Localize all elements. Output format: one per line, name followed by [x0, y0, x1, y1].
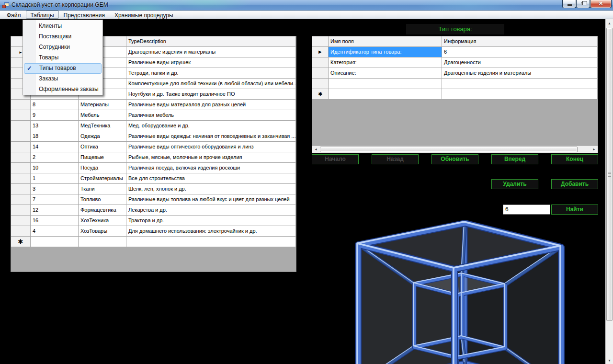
- menu-item-1[interactable]: Клиенты: [23, 21, 102, 32]
- cell-name[interactable]: [79, 237, 126, 247]
- restore-button[interactable]: [576, 0, 590, 8]
- prev-button[interactable]: Назад: [372, 154, 419, 164]
- search-input[interactable]: 6: [503, 205, 550, 215]
- cell-info[interactable]: [442, 79, 598, 89]
- find-button[interactable]: Найти: [551, 205, 598, 215]
- cell-description[interactable]: Различная мебель: [126, 110, 296, 121]
- cell-description[interactable]: Различная посуда, включая изделия роскош…: [126, 163, 296, 173]
- row-header[interactable]: [11, 173, 31, 184]
- cell-field-name[interactable]: Идентификатор типа товара:: [329, 47, 442, 57]
- row-header[interactable]: [11, 194, 31, 205]
- scroll-left-icon[interactable]: ◄: [312, 146, 319, 153]
- add-button[interactable]: Добавить: [551, 179, 598, 189]
- cell-name[interactable]: Посуда: [79, 163, 126, 173]
- cell-description[interactable]: Для домашнего использования: электрочайн…: [126, 226, 296, 237]
- row-header[interactable]: [312, 68, 329, 79]
- table-row[interactable]: Описание:Драгоценные изделия и материалы: [312, 68, 598, 79]
- cell-id[interactable]: 7: [31, 194, 79, 205]
- cell-description[interactable]: Различные виды материалов для разных цел…: [126, 100, 296, 110]
- header-type-description[interactable]: TypeDescription: [126, 36, 296, 47]
- scrollbar-thumb[interactable]: [606, 28, 613, 321]
- row-header[interactable]: [11, 216, 31, 226]
- table-row[interactable]: 14ОптикаРазличные виды оптического обору…: [11, 142, 296, 152]
- scroll-down-icon[interactable]: ▼: [606, 357, 613, 364]
- cell-id[interactable]: 16: [31, 216, 79, 226]
- cell-description[interactable]: Тетради, папки и др.: [126, 68, 296, 79]
- first-button[interactable]: Начало: [312, 154, 359, 164]
- cell-name[interactable]: Пищевые: [79, 152, 126, 163]
- table-row[interactable]: 9МебельРазличная мебель: [11, 110, 296, 121]
- row-header[interactable]: [312, 57, 329, 68]
- vertical-scrollbar[interactable]: ▲ ▼: [605, 19, 613, 364]
- last-button[interactable]: Конец: [551, 154, 598, 164]
- cell-description[interactable]: Различные виды оптического оборудования …: [126, 142, 296, 152]
- header-field-name[interactable]: Имя поля: [329, 36, 442, 47]
- menu-item-4[interactable]: Товары: [23, 53, 102, 63]
- cell-id[interactable]: 10: [31, 163, 79, 173]
- next-button[interactable]: Вперед: [491, 154, 538, 164]
- cell-name[interactable]: МедТехника: [79, 121, 126, 131]
- menu-item-3[interactable]: Сотрудники: [23, 42, 102, 53]
- table-row[interactable]: 16ХозТехникаТрактора и др.: [11, 216, 296, 226]
- minimize-button[interactable]: [562, 0, 576, 8]
- row-header[interactable]: [11, 100, 31, 110]
- refresh-button[interactable]: Обновить: [431, 154, 478, 164]
- title-bar[interactable]: Складской учет от корпорации GEM ✕: [0, 0, 613, 11]
- table-row[interactable]: [312, 79, 598, 89]
- cell-field-name[interactable]: [329, 89, 442, 100]
- scrollbar-thumb[interactable]: [320, 147, 578, 152]
- row-header[interactable]: [11, 131, 31, 142]
- cell-name[interactable]: Формацевтика: [79, 205, 126, 216]
- cell-name[interactable]: Стройматериалы: [79, 173, 126, 184]
- row-header[interactable]: [11, 152, 31, 163]
- cell-name[interactable]: Оптика: [79, 142, 126, 152]
- delete-button[interactable]: Удалить: [491, 179, 538, 189]
- cell-description[interactable]: Драгоценные изделия и материалы: [126, 47, 296, 57]
- cell-name[interactable]: Топливо: [79, 194, 126, 205]
- cell-name[interactable]: Ткани: [79, 184, 126, 194]
- cell-description[interactable]: Различные виды игрушек: [126, 57, 296, 68]
- table-row[interactable]: 13МедТехникаМед. оборудование и др.: [11, 121, 296, 131]
- row-header[interactable]: [11, 226, 31, 237]
- table-row[interactable]: 12ФормацевтикаЛекарства и др.: [11, 205, 296, 216]
- table-row[interactable]: ►Идентификатор типа товара:6: [312, 47, 598, 57]
- cell-info[interactable]: [442, 89, 598, 100]
- menu-file[interactable]: Файл: [2, 11, 26, 19]
- table-row[interactable]: 1СтройматериалыВсе для строительства: [11, 173, 296, 184]
- table-row[interactable]: 10ПосудаРазличная посуда, включая издели…: [11, 163, 296, 173]
- cell-description[interactable]: Рыбные, мясные, молочные и прочие издели…: [126, 152, 296, 163]
- new-row[interactable]: ✱: [11, 237, 296, 247]
- table-row[interactable]: Категория:Драгоценности: [312, 57, 598, 68]
- row-header[interactable]: ✱: [312, 89, 329, 100]
- cell-info[interactable]: 6: [442, 47, 598, 57]
- cell-field-name[interactable]: [329, 79, 442, 89]
- cell-id[interactable]: 1: [31, 173, 79, 184]
- row-header[interactable]: [11, 205, 31, 216]
- row-header[interactable]: ►: [312, 47, 329, 57]
- cell-info[interactable]: Драгоценности: [442, 57, 598, 68]
- cell-description[interactable]: Различные виды одежды: начиная от повсед…: [126, 131, 296, 142]
- row-header[interactable]: [11, 121, 31, 131]
- table-row[interactable]: 18ОдеждаРазличные виды одежды: начиная о…: [11, 131, 296, 142]
- cell-id[interactable]: 14: [31, 142, 79, 152]
- cell-description[interactable]: Шелк, лен, хлопок и др.: [126, 184, 296, 194]
- row-header[interactable]: [11, 142, 31, 152]
- record-grid[interactable]: Имя поля Информация ►Идентификатор типа …: [312, 36, 598, 153]
- cell-description[interactable]: [126, 237, 296, 247]
- cell-description[interactable]: Трактора и др.: [126, 216, 296, 226]
- row-header[interactable]: [11, 184, 31, 194]
- menu-stored-procedures[interactable]: Хранимые процедуры: [110, 11, 178, 19]
- table-row[interactable]: 4ХозТоварыДля домашнего использования: э…: [11, 226, 296, 237]
- menu-item-2[interactable]: Поставщики: [23, 32, 102, 42]
- cell-field-name[interactable]: Категория:: [329, 57, 442, 68]
- cell-id[interactable]: 3: [31, 184, 79, 194]
- table-row[interactable]: 7ТопливоРазличные виды топлива на любой …: [11, 194, 296, 205]
- table-row[interactable]: 2ПищевыеРыбные, мясные, молочные и прочи…: [11, 152, 296, 163]
- cell-name[interactable]: Одежда: [79, 131, 126, 142]
- menu-item-7[interactable]: Оформленные заказы: [23, 84, 102, 95]
- cell-field-name[interactable]: Описание:: [329, 68, 442, 79]
- cell-description[interactable]: Ноутбуки и др. Также входит различное ПО: [126, 89, 296, 100]
- row-header[interactable]: [11, 110, 31, 121]
- cell-name[interactable]: Материалы: [79, 100, 126, 110]
- cell-id[interactable]: [31, 237, 79, 247]
